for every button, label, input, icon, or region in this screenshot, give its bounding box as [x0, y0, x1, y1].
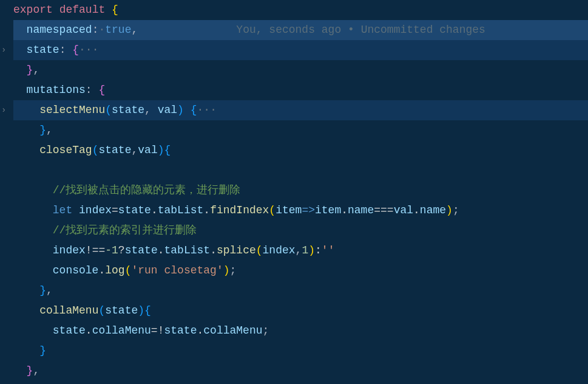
- variable: index: [53, 244, 86, 256]
- number: 1: [302, 244, 308, 256]
- param: state: [98, 144, 131, 156]
- brace: {: [191, 104, 197, 116]
- method: collaMenu: [39, 304, 98, 317]
- variable: state: [125, 244, 158, 256]
- code-line[interactable]: },: [13, 361, 588, 381]
- method: findIndex: [210, 204, 269, 216]
- code-line[interactable]: collaMenu(state){: [13, 301, 588, 321]
- number: 1: [112, 244, 118, 256]
- param: state: [105, 304, 138, 317]
- code-line[interactable]: mutations: {: [13, 80, 588, 100]
- code-line[interactable]: },: [13, 120, 588, 140]
- property: namespaced: [27, 24, 92, 36]
- keyword: export: [13, 4, 53, 16]
- string: 'run closetag': [131, 264, 223, 276]
- keyword: let: [53, 204, 72, 216]
- property-access: collaMenu: [92, 324, 151, 337]
- variable: item: [315, 204, 341, 216]
- variable: console: [53, 264, 99, 276]
- brace: }: [27, 365, 33, 377]
- brace: }: [27, 64, 33, 76]
- param: val: [138, 144, 157, 156]
- code-line[interactable]: index!==-1?state.tabList.splice(index,1)…: [13, 241, 588, 261]
- code-line[interactable]: namespaced:·true, You, seconds ago • Unc…: [13, 20, 588, 40]
- brace: }: [39, 124, 46, 136]
- fold-ellipsis-icon[interactable]: ···: [197, 104, 217, 116]
- boolean: true: [105, 24, 131, 36]
- keyword: default: [59, 4, 106, 16]
- code-line[interactable]: },: [13, 281, 588, 301]
- property: mutations: [27, 84, 86, 96]
- code-line[interactable]: }: [13, 341, 588, 361]
- fold-ellipsis-icon[interactable]: ···: [79, 44, 98, 56]
- param: state: [112, 104, 144, 116]
- method: selectMenu: [39, 104, 105, 116]
- brace: {: [164, 144, 171, 156]
- brace: {: [144, 304, 151, 317]
- code-line[interactable]: export default {: [13, 0, 588, 20]
- method: splice: [217, 244, 256, 256]
- fold-chevron-icon[interactable]: ›: [1, 40, 6, 60]
- variable: state: [53, 324, 86, 337]
- variable: state: [164, 324, 197, 337]
- variable: index: [79, 204, 112, 216]
- property-access: name: [348, 204, 374, 216]
- method: log: [105, 264, 124, 276]
- property-access: collaMenu: [203, 324, 262, 337]
- param: item: [275, 204, 302, 216]
- comment: //找到被点击的隐藏的元素，进行删除: [53, 184, 241, 196]
- code-line[interactable]: selectMenu(state, val) {···: [13, 100, 588, 120]
- comment: //找到元素的索引并进行删除: [53, 224, 197, 236]
- code-line[interactable]: state.collaMenu=!state.collaMenu;: [13, 321, 588, 341]
- gitlens-annotation: You, seconds ago • Uncommitted changes: [236, 24, 485, 36]
- param: val: [158, 104, 177, 116]
- code-editor[interactable]: › › export default { namespaced:·true, Y…: [0, 0, 588, 384]
- property: state: [27, 44, 59, 56]
- method: closeTag: [39, 144, 92, 156]
- property-access: tabList: [158, 204, 204, 216]
- code-line[interactable]: state: {···: [13, 40, 588, 60]
- property-access: name: [420, 204, 446, 216]
- gutter: › ›: [0, 0, 12, 384]
- code-line[interactable]: },: [13, 60, 588, 80]
- brace: {: [98, 84, 105, 96]
- code-line[interactable]: //找到元素的索引并进行删除: [13, 221, 588, 241]
- code-line[interactable]: [13, 160, 588, 180]
- variable: state: [118, 204, 151, 216]
- property-access: tabList: [164, 244, 211, 256]
- variable: index: [263, 244, 296, 256]
- variable: val: [394, 204, 413, 216]
- fold-chevron-icon[interactable]: ›: [1, 100, 6, 120]
- code-line[interactable]: //找到被点击的隐藏的元素，进行删除: [13, 180, 588, 201]
- string: '': [322, 244, 335, 256]
- code-line[interactable]: console.log('run closetag');: [13, 261, 588, 281]
- brace: }: [39, 345, 46, 357]
- code-line[interactable]: let index=state.tabList.findIndex(item=>…: [13, 201, 588, 221]
- brace: {: [72, 44, 79, 56]
- code-line[interactable]: closeTag(state,val){: [13, 140, 588, 160]
- brace: {: [112, 4, 118, 16]
- brace: }: [39, 284, 46, 297]
